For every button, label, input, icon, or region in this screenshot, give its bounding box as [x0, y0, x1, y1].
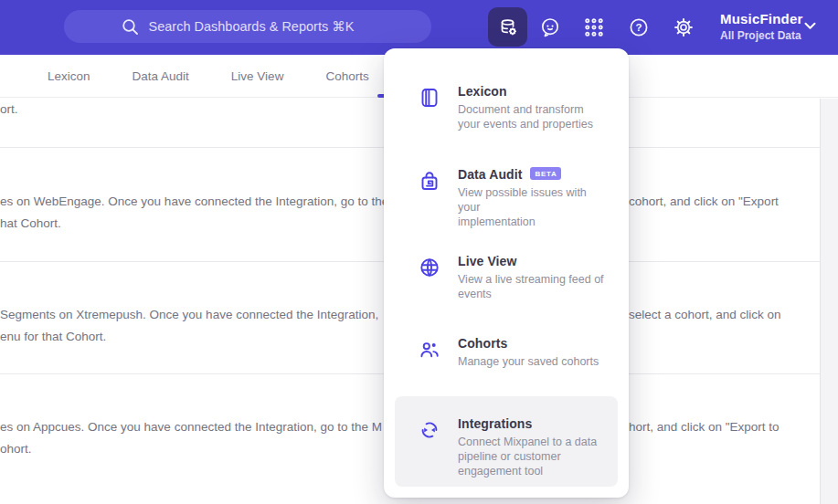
settings-gear-icon — [673, 16, 695, 38]
menu-item-title: Data Audit — [458, 167, 522, 182]
settings-button[interactable] — [673, 16, 695, 38]
chat-feedback-icon — [539, 16, 561, 38]
menu-item-description: Connect Mixpanel to a data pipeline or c… — [458, 435, 597, 478]
project-name: MusicFinder — [720, 11, 803, 26]
help-icon: ? — [628, 16, 650, 38]
menu-item-description: Manage your saved cohorts — [458, 354, 599, 369]
text-line: hort, and click on "Export to — [629, 416, 780, 438]
menu-item-integrations[interactable]: Integrations Connect Mixpanel to a data … — [395, 396, 618, 487]
globe-icon — [419, 257, 440, 278]
text-line: ohort. — [0, 442, 32, 456]
integrations-sync-icon — [419, 419, 440, 441]
text-line: enu for that Cohort. — [0, 330, 106, 343]
app-header: ? MusicFinder All Project Data — [0, 0, 838, 55]
menu-item-description: View a live streaming feed of events — [458, 272, 604, 301]
text-line: hat Cohort. — [0, 216, 61, 230]
menu-item-live-view[interactable]: Live View View a live streaming feed of … — [395, 242, 618, 312]
menu-item-description: View possible issues with your implement… — [458, 185, 605, 229]
project-switcher[interactable]: MusicFinder All Project Data — [720, 11, 803, 42]
text-line: es on Appcues. Once you have connected t… — [0, 420, 382, 434]
database-gear-icon — [497, 16, 519, 38]
text-line: ort. — [0, 102, 18, 116]
text-line: Segments on Xtremepush. Once you have co… — [0, 308, 378, 321]
menu-item-title: Cohorts — [458, 336, 507, 351]
menu-item-description: Document and transform your events and p… — [458, 102, 593, 131]
menu-item-lexicon[interactable]: Lexicon Document and transform your even… — [395, 72, 618, 142]
chevron-down-icon — [804, 22, 816, 30]
feedback-button[interactable] — [539, 16, 561, 38]
app-window: ort. es on WebEngage. Once you have conn… — [0, 0, 838, 504]
scrollbar-track[interactable] — [820, 99, 838, 504]
tab-cohorts[interactable]: Cohorts — [325, 69, 368, 83]
book-icon — [419, 87, 440, 109]
search-icon — [121, 17, 140, 37]
help-button[interactable]: ? — [628, 16, 650, 38]
cohorts-people-icon — [419, 339, 440, 361]
tab-live-view[interactable]: Live View — [231, 69, 284, 83]
apps-grid-button[interactable] — [583, 16, 605, 38]
menu-item-title: Integrations — [458, 416, 532, 431]
svg-text:?: ? — [635, 22, 642, 33]
menu-item-title: Live View — [458, 254, 516, 268]
audit-lock-icon — [419, 170, 440, 192]
data-management-button[interactable] — [488, 7, 527, 47]
text-line: cohort, and click on "Export — [629, 191, 779, 213]
search-input[interactable] — [149, 19, 376, 34]
menu-item-cohorts[interactable]: Cohorts Manage your saved cohorts — [395, 324, 618, 380]
nav-dropdown-panel: Lexicon Document and transform your even… — [384, 48, 629, 498]
search-bar[interactable] — [64, 10, 431, 43]
text-line: select a cohort, and click on — [629, 304, 781, 326]
tab-data-audit[interactable]: Data Audit — [133, 69, 189, 83]
tab-lexicon[interactable]: Lexicon — [48, 69, 90, 83]
project-subtitle: All Project Data — [720, 29, 803, 42]
apps-grid-icon — [583, 16, 605, 38]
text-line: es on WebEngage. Once you have connected… — [0, 194, 388, 208]
menu-item-data-audit[interactable]: Data Audit BETA View possible issues wit… — [395, 155, 618, 240]
beta-badge: BETA — [530, 167, 561, 180]
menu-item-title: Lexicon — [458, 84, 507, 99]
